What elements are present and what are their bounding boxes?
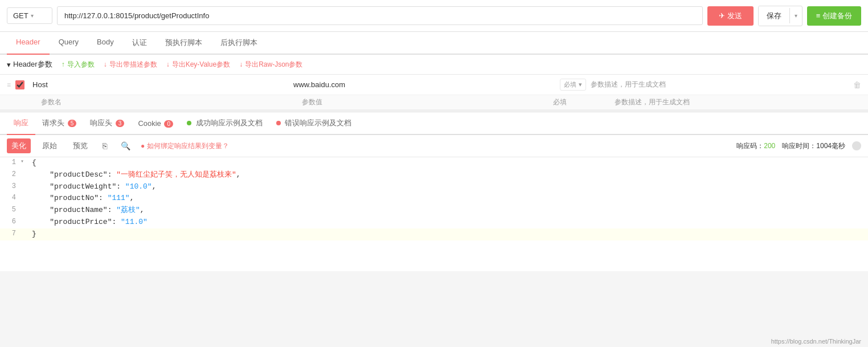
copy-icon[interactable]: ⎘ bbox=[99, 140, 110, 152]
resp-tab-response[interactable]: 响应 bbox=[7, 112, 35, 135]
tab-body[interactable]: Body bbox=[88, 32, 123, 55]
code-line-2: 2 "productDesc": "一骑红尘妃子笑，无人知是荔枝来", bbox=[0, 169, 868, 181]
status-code-label: 响应码：200 bbox=[736, 141, 775, 151]
url-input[interactable] bbox=[57, 6, 703, 25]
response-toolbar: 美化 原始 预览 ⎘ 🔍 ● 如何绑定响应结果到变量？ 响应码：200 响应时间… bbox=[0, 135, 868, 157]
save-btn-group: 保存 ▾ bbox=[758, 6, 803, 26]
method-label: GET bbox=[13, 11, 28, 20]
error-dot-icon bbox=[276, 121, 281, 125]
drag-handle-icon[interactable]: ≡ bbox=[7, 81, 11, 89]
param-key-cell: Host bbox=[29, 78, 285, 91]
request-headers-badge: 5 bbox=[68, 120, 77, 127]
code-line-3: 3 "productWeight": "10.0", bbox=[0, 181, 868, 193]
save-button[interactable]: 保存 bbox=[759, 6, 789, 26]
tab-post-script[interactable]: 后执行脚本 bbox=[211, 32, 267, 55]
collapse-toggle[interactable]: ▾ bbox=[21, 157, 30, 166]
search-icon[interactable]: 🔍 bbox=[117, 140, 134, 152]
tab-header[interactable]: Header bbox=[7, 32, 50, 55]
export-kv-params-btn[interactable]: ↓ 导出Key-Value参数 bbox=[166, 60, 230, 70]
resp-tab-error-doc[interactable]: 错误响应示例及文档 bbox=[269, 112, 359, 135]
success-dot-icon bbox=[187, 121, 191, 125]
tab-query[interactable]: Query bbox=[50, 32, 88, 55]
param-value-cell: www.baidu.com bbox=[290, 78, 555, 91]
col-header-required: 必填 bbox=[553, 97, 610, 107]
col-header-row: 参数名 参数值 必填 参数描述，用于生成文档 bbox=[0, 95, 868, 110]
resp-tab-cookie[interactable]: Cookie 0 bbox=[131, 113, 180, 134]
request-tabs-row: Header Query Body 认证 预执行脚本 后执行脚本 bbox=[0, 32, 868, 55]
top-bar: GET ▾ ✈ 发送 保存 ▾ ≡ 创建备份 bbox=[0, 0, 868, 32]
col-header-key: 参数名 bbox=[41, 97, 297, 107]
send-label: ✈ 发送 bbox=[719, 11, 742, 21]
params-title-label: Header参数 bbox=[13, 59, 52, 70]
resp-tab-request-headers[interactable]: 请求头 5 bbox=[35, 112, 83, 135]
export-json-params-btn[interactable]: ↓ 导出Raw-Json参数 bbox=[239, 60, 302, 70]
header-params-table: ≡ Host www.baidu.com 必填 ▾ 参数描述，用于生成文档 🗑 … bbox=[0, 75, 868, 111]
import-up-arrow: ↑ bbox=[62, 60, 65, 68]
export-down-arrow-2: ↓ bbox=[166, 60, 170, 68]
cookie-badge: 0 bbox=[164, 120, 173, 128]
send-button[interactable]: ✈ 发送 bbox=[707, 6, 754, 26]
code-line-1: 1 ▾ { bbox=[0, 157, 868, 169]
response-time-label: 响应时间：1004毫秒 bbox=[782, 141, 845, 151]
create-backup-button[interactable]: ≡ 创建备份 bbox=[807, 6, 861, 26]
import-params-btn[interactable]: ↑ 导入参数 bbox=[62, 60, 95, 70]
export-down-arrow-1: ↓ bbox=[104, 60, 107, 68]
response-tabs-row: 响应 请求头 5 响应头 3 Cookie 0 成功响应示例及文档 错误响应示例… bbox=[0, 112, 868, 135]
response-circle-indicator[interactable] bbox=[852, 141, 861, 150]
header-param-row: ≡ Host www.baidu.com 必填 ▾ 参数描述，用于生成文档 🗑 bbox=[0, 75, 868, 95]
param-checkbox[interactable] bbox=[15, 80, 24, 89]
code-line-6: 6 "productPrice": "11.0" bbox=[0, 217, 868, 228]
preview-tab[interactable]: 预览 bbox=[68, 138, 92, 153]
status-code-value: 200 bbox=[764, 142, 775, 150]
response-code-area: 1 ▾ { 2 "productDesc": "一骑红尘妃子笑，无人知是荔枝来"… bbox=[0, 157, 868, 271]
raw-tab[interactable]: 原始 bbox=[38, 138, 62, 153]
params-section-title: ▾ Header参数 bbox=[7, 59, 52, 70]
response-headers-badge: 3 bbox=[116, 120, 125, 127]
delete-param-button[interactable]: 🗑 bbox=[853, 80, 861, 89]
param-desc-cell: 参数描述，用于生成文档 bbox=[591, 80, 849, 89]
create-label: ≡ 创建备份 bbox=[816, 11, 852, 21]
save-dropdown-button[interactable]: ▾ bbox=[789, 8, 802, 23]
col-header-value: 参数值 bbox=[302, 97, 548, 107]
export-down-arrow-3: ↓ bbox=[239, 60, 243, 68]
tab-pre-script[interactable]: 预执行脚本 bbox=[156, 32, 211, 55]
required-chevron: ▾ bbox=[579, 81, 582, 88]
response-meta: 响应码：200 响应时间：1004毫秒 bbox=[736, 141, 861, 151]
method-selector[interactable]: GET ▾ bbox=[7, 7, 52, 24]
beautify-tab[interactable]: 美化 bbox=[7, 138, 31, 153]
col-header-desc: 参数描述，用于生成文档 bbox=[615, 97, 861, 107]
params-toolbar: ▾ Header参数 ↑ 导入参数 ↓ 导出带描述参数 ↓ 导出Key-Valu… bbox=[0, 55, 868, 75]
resp-tab-response-headers[interactable]: 响应头 3 bbox=[83, 112, 131, 135]
code-line-7: 7 } bbox=[0, 228, 868, 240]
tab-auth[interactable]: 认证 bbox=[123, 32, 156, 55]
response-time-value: 1004毫秒 bbox=[816, 142, 845, 150]
required-badge: 必填 ▾ bbox=[560, 79, 586, 91]
method-chevron: ▾ bbox=[31, 13, 34, 19]
resp-tab-success-doc[interactable]: 成功响应示例及文档 bbox=[180, 112, 269, 135]
question-dot: ● bbox=[141, 142, 145, 150]
params-chevron: ▾ bbox=[7, 60, 11, 69]
export-desc-params-btn[interactable]: ↓ 导出带描述参数 bbox=[104, 60, 157, 70]
bind-variable-help[interactable]: ● 如何绑定响应结果到变量？ bbox=[141, 141, 229, 151]
code-line-5: 5 "productName": "荔枝", bbox=[0, 205, 868, 217]
code-line-4: 4 "productNo": "111", bbox=[0, 193, 868, 205]
